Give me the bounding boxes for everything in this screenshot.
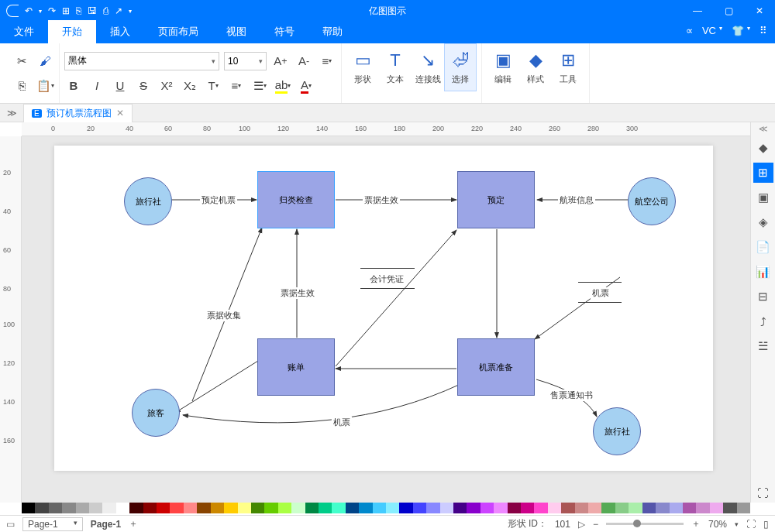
color-bar[interactable] xyxy=(22,503,750,515)
color-swatch[interactable] xyxy=(467,503,480,513)
paste-icon[interactable]: 📋▾ xyxy=(36,77,54,95)
fullscreen-panel-icon[interactable]: ⛶ xyxy=(753,482,773,503)
vc-label[interactable]: VC xyxy=(702,25,716,36)
color-swatch[interactable] xyxy=(723,503,736,513)
menu-symbol[interactable]: 符号 xyxy=(260,20,308,43)
image-panel-icon[interactable]: ▣ xyxy=(753,187,773,208)
color-swatch[interactable] xyxy=(89,503,102,513)
color-swatch[interactable] xyxy=(143,503,157,513)
select-tool[interactable]: ⮰选择 xyxy=(444,43,477,91)
node-classify-check[interactable]: 归类检查 xyxy=(257,171,335,228)
menu-file[interactable]: 文件 xyxy=(0,20,48,43)
export-dropdown-icon[interactable]: ▾ xyxy=(129,8,132,15)
expand-panel-icon[interactable]: ≫ xyxy=(0,108,23,118)
color-swatch[interactable] xyxy=(35,503,48,513)
edit-tool[interactable]: ▣编辑 xyxy=(487,43,519,91)
color-swatch[interactable] xyxy=(184,503,197,513)
font-color-icon[interactable]: A▾ xyxy=(297,77,315,95)
color-swatch[interactable] xyxy=(494,503,507,513)
color-swatch[interactable] xyxy=(386,503,399,513)
tools-tool[interactable]: ⊞工具 xyxy=(552,43,584,91)
font-size-select[interactable]: 10▾ xyxy=(224,52,267,70)
page-tab[interactable]: Page-1 xyxy=(91,519,121,530)
color-swatch[interactable] xyxy=(373,503,386,513)
fill-panel-icon[interactable]: ◆ xyxy=(753,138,773,158)
copy-icon[interactable]: ⎘ xyxy=(12,77,31,95)
chart-panel-icon[interactable]: 📊 xyxy=(753,262,773,282)
undo-dropdown-icon[interactable]: ▾ xyxy=(39,8,42,15)
new-icon[interactable]: ⊞ xyxy=(62,5,70,16)
canvas-page[interactable]: 旅行社 航空公司 旅客 旅行社 归类检查 预定 账单 机票准备 预定机票 票据生… xyxy=(54,146,713,471)
arrange-panel-icon[interactable]: ☱ xyxy=(753,336,773,356)
color-swatch[interactable] xyxy=(670,503,683,513)
color-swatch[interactable] xyxy=(480,503,494,513)
color-swatch[interactable] xyxy=(319,503,332,513)
strike-icon[interactable]: S xyxy=(134,77,153,95)
color-swatch[interactable] xyxy=(129,503,143,513)
zoom-in-icon[interactable]: ＋ xyxy=(691,517,701,530)
table-panel-icon[interactable]: ⊟ xyxy=(753,287,773,307)
color-swatch[interactable] xyxy=(534,503,547,513)
node-travel-agency-2[interactable]: 旅行社 xyxy=(593,407,641,455)
text-tool[interactable]: T文本 xyxy=(379,43,412,91)
increase-font-icon[interactable]: A+ xyxy=(271,52,290,70)
outline-icon[interactable]: ▭ xyxy=(6,519,15,530)
export-icon[interactable]: ↗ xyxy=(115,5,122,16)
color-swatch[interactable] xyxy=(453,503,467,513)
bullets-icon[interactable]: ☰▾ xyxy=(250,77,269,95)
color-swatch[interactable] xyxy=(224,503,237,513)
maximize-button[interactable]: ▢ xyxy=(713,0,744,22)
color-swatch[interactable] xyxy=(264,503,277,513)
document-tab[interactable]: E 预订机票流程图 ✕ xyxy=(23,104,133,122)
color-swatch[interactable] xyxy=(548,503,561,513)
color-swatch[interactable] xyxy=(332,503,345,513)
zoom-out-icon[interactable]: − xyxy=(593,519,598,530)
color-swatch[interactable] xyxy=(656,503,669,513)
color-swatch[interactable] xyxy=(508,503,521,513)
color-swatch[interactable] xyxy=(62,503,75,513)
cut-icon[interactable]: ✂ xyxy=(12,52,31,70)
zoom-value[interactable]: 70% xyxy=(708,519,727,530)
one-page-icon[interactable]: ▯ xyxy=(763,519,769,530)
menu-help[interactable]: 帮助 xyxy=(308,20,356,43)
color-swatch[interactable] xyxy=(278,503,291,513)
color-swatch[interactable] xyxy=(238,503,251,513)
align-icon[interactable]: ≡▾ xyxy=(318,52,336,70)
color-swatch[interactable] xyxy=(346,503,359,513)
superscript-icon[interactable]: X² xyxy=(157,77,176,95)
line-spacing-icon[interactable]: ≡▾ xyxy=(227,77,246,95)
color-swatch[interactable] xyxy=(440,503,453,513)
color-swatch[interactable] xyxy=(76,503,89,513)
decrease-font-icon[interactable]: A- xyxy=(294,52,313,70)
color-swatch[interactable] xyxy=(615,503,629,513)
collapse-side-icon[interactable]: ≪ xyxy=(759,124,768,134)
share-icon[interactable]: ∝ xyxy=(686,25,693,36)
font-family-select[interactable]: 黑体▾ xyxy=(64,52,219,70)
node-bill[interactable]: 账单 xyxy=(257,338,335,396)
open-icon[interactable]: ⎘ xyxy=(76,5,81,16)
color-swatch[interactable] xyxy=(413,503,426,513)
color-swatch[interactable] xyxy=(157,503,170,513)
node-airline[interactable]: 航空公司 xyxy=(628,177,676,225)
layers-panel-icon[interactable]: ◈ xyxy=(753,212,773,232)
color-swatch[interactable] xyxy=(710,503,723,513)
color-swatch[interactable] xyxy=(291,503,305,513)
export-panel-icon[interactable]: ⤴ xyxy=(753,311,773,331)
color-swatch[interactable] xyxy=(601,503,615,513)
italic-icon[interactable]: I xyxy=(88,77,106,95)
shape-tool[interactable]: ▭形状 xyxy=(346,43,379,91)
style-tool[interactable]: ◆样式 xyxy=(519,43,552,91)
color-swatch[interactable] xyxy=(642,503,656,513)
text-effect-icon[interactable]: T▾ xyxy=(204,77,222,95)
print-icon[interactable]: ⎙ xyxy=(103,5,108,16)
close-button[interactable]: ✕ xyxy=(744,0,775,22)
connector-tool[interactable]: ↘连接线 xyxy=(412,43,444,91)
menu-view[interactable]: 视图 xyxy=(212,20,260,43)
fit-icon[interactable]: ⛶ xyxy=(746,519,756,530)
menu-insert[interactable]: 插入 xyxy=(96,20,144,43)
node-travel-agency[interactable]: 旅行社 xyxy=(124,177,172,225)
apps-icon[interactable]: ⠿ xyxy=(760,25,767,36)
color-swatch[interactable] xyxy=(426,503,439,513)
color-swatch[interactable] xyxy=(305,503,319,513)
color-swatch[interactable] xyxy=(683,503,696,513)
